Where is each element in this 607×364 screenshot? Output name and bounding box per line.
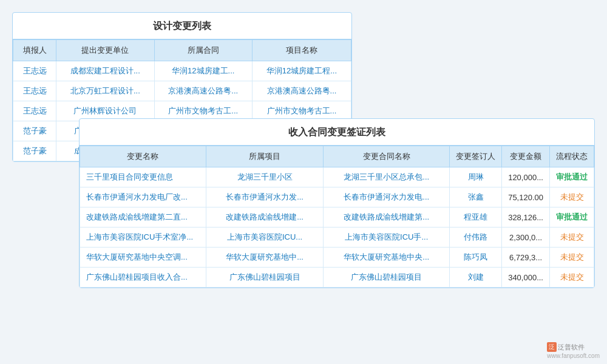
cell-project[interactable]: 京港澳高速公路粤... (252, 81, 351, 101)
cell-status[interactable]: 未提交 (550, 268, 594, 288)
watermark-logo: 泛 泛普软件 (547, 342, 585, 352)
cell-change-name[interactable]: 上海市美容医院ICU手术室净... (80, 228, 206, 248)
cell-unit[interactable]: 成都宏建工程设计... (56, 61, 154, 81)
cell-amount: 340,000... (502, 268, 550, 288)
cell-contract[interactable]: 华润12城房建工... (154, 61, 252, 81)
cell-contract-name[interactable]: 上海市美容医院ICU手... (324, 228, 450, 248)
income-contract-panel: 收入合同变更签证列表 变更名称 所属项目 变更合同名称 变更签订人 变更金额 流… (79, 118, 595, 288)
table-row: 王志远 成都宏建工程设计... 华润12城房建工... 华润12城房建工程... (13, 61, 351, 81)
table-row: 广东佛山碧桂园项目收入合... 广东佛山碧桂园项目 广东佛山碧桂园项目 刘建 3… (80, 268, 594, 288)
header-change-name: 变更名称 (80, 146, 206, 167)
table-row: 长春市伊通河水力发电厂改... 长春市伊通河水力发... 长春市伊通河水力发电.… (80, 187, 594, 207)
cell-change-name[interactable]: 广东佛山碧桂园项目收入合... (80, 268, 206, 288)
watermark-url: www.fanpusoft.com (547, 352, 600, 359)
cell-amount: 2,300,0... (502, 228, 550, 248)
header-contract: 所属合同 (154, 40, 252, 61)
cell-project[interactable]: 华软大厦研究基地中... (206, 248, 323, 268)
cell-project[interactable]: 华润12城房建工程... (252, 61, 351, 81)
design-table-header-row: 填报人 提出变更单位 所属合同 项目名称 (13, 40, 351, 61)
cell-project[interactable]: 改建铁路成渝线增建... (206, 207, 323, 228)
cell-contract-name[interactable]: 华软大厦研究基地中央... (324, 248, 450, 268)
header-project: 项目名称 (252, 40, 351, 61)
cell-signer: 周琳 (450, 167, 502, 187)
cell-change-name[interactable]: 长春市伊通河水力发电厂改... (80, 187, 206, 207)
cell-status[interactable]: 未提交 (550, 248, 594, 268)
table-row: 华软大厦研究基地中央空调... 华软大厦研究基地中... 华软大厦研究基地中央.… (80, 248, 594, 268)
cell-amount: 6,729,3... (502, 248, 550, 268)
cell-reporter[interactable]: 范子豪 (13, 121, 56, 141)
cell-unit[interactable]: 北京万虹工程设计... (56, 81, 154, 101)
cell-signer: 程亚雄 (450, 207, 502, 228)
cell-contract[interactable]: 京港澳高速公路粤... (154, 81, 252, 101)
cell-project[interactable]: 上海市美容医院ICU... (206, 228, 323, 248)
table-row: 上海市美容医院ICU手术室净... 上海市美容医院ICU... 上海市美容医院I… (80, 228, 594, 248)
cell-signer: 付伟路 (450, 228, 502, 248)
header-belonged-project: 所属项目 (206, 146, 323, 167)
cell-project[interactable]: 龙湖三千里小区 (206, 167, 323, 187)
cell-change-name[interactable]: 华软大厦研究基地中央空调... (80, 248, 206, 268)
cell-signer: 张鑫 (450, 187, 502, 207)
cell-change-name[interactable]: 改建铁路成渝线增建第二直... (80, 207, 206, 228)
watermark: 泛 泛普软件 www.fanpusoft.com (547, 342, 600, 359)
cell-reporter[interactable]: 王志远 (13, 61, 56, 81)
cell-contract-name[interactable]: 长春市伊通河水力发电... (324, 187, 450, 207)
header-status: 流程状态 (550, 146, 594, 167)
header-reporter: 填报人 (13, 40, 56, 61)
income-contract-table: 变更名称 所属项目 变更合同名称 变更签订人 变更金额 流程状态 三千里项目合同… (80, 146, 594, 288)
cell-contract-name[interactable]: 龙湖三千里小区总承包... (324, 167, 450, 187)
design-change-title: 设计变更列表 (13, 13, 351, 39)
table-row: 王志远 北京万虹工程设计... 京港澳高速公路粤... 京港澳高速公路粤... (13, 81, 351, 101)
header-amount: 变更金额 (502, 146, 550, 167)
cell-contract-name[interactable]: 改建铁路成渝线增建第... (324, 207, 450, 228)
cell-status[interactable]: 未提交 (550, 187, 594, 207)
cell-status[interactable]: 未提交 (550, 228, 594, 248)
cell-reporter[interactable]: 王志远 (13, 81, 56, 101)
cell-amount: 328,126... (502, 207, 550, 228)
cell-project[interactable]: 长春市伊通河水力发... (206, 187, 323, 207)
cell-status[interactable]: 审批通过 (550, 167, 594, 187)
header-unit: 提出变更单位 (56, 40, 154, 61)
cell-reporter[interactable]: 王志远 (13, 101, 56, 121)
income-table-header-row: 变更名称 所属项目 变更合同名称 变更签订人 变更金额 流程状态 (80, 146, 594, 167)
cell-signer: 陈巧凤 (450, 248, 502, 268)
header-signer: 变更签订人 (450, 146, 502, 167)
cell-amount: 120,000... (502, 167, 550, 187)
cell-signer: 刘建 (450, 268, 502, 288)
cell-amount: 75,120.00 (502, 187, 550, 207)
header-contract-name: 变更合同名称 (324, 146, 450, 167)
income-contract-title: 收入合同变更签证列表 (80, 119, 594, 146)
cell-contract-name[interactable]: 广东佛山碧桂园项目 (324, 268, 450, 288)
cell-project[interactable]: 广东佛山碧桂园项目 (206, 268, 323, 288)
table-row: 改建铁路成渝线增建第二直... 改建铁路成渝线增建... 改建铁路成渝线增建第.… (80, 207, 594, 228)
cell-change-name[interactable]: 三千里项目合同变更信息 (80, 167, 206, 187)
logo-icon: 泛 (547, 342, 557, 352)
cell-reporter[interactable]: 范子豪 (13, 141, 56, 161)
watermark-text: 泛普软件 (558, 343, 585, 352)
cell-status[interactable]: 审批通过 (550, 207, 594, 228)
table-row: 三千里项目合同变更信息 龙湖三千里小区 龙湖三千里小区总承包... 周琳 120… (80, 167, 594, 187)
